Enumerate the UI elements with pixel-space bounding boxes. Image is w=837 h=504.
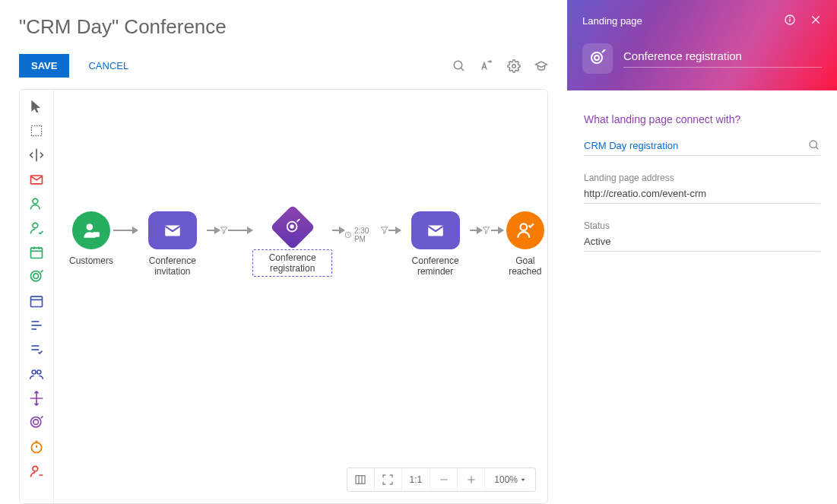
svg-rect-16 xyxy=(31,296,43,306)
entity-title[interactable]: Conference registration xyxy=(623,49,822,68)
calendar-tool-icon[interactable] xyxy=(29,245,44,260)
align-tool-icon[interactable] xyxy=(29,147,44,163)
connector xyxy=(332,230,344,231)
status-value[interactable]: Active xyxy=(584,236,820,247)
zoom-out-icon[interactable] xyxy=(430,468,458,491)
node-customers[interactable]: Customers xyxy=(69,211,113,266)
campaign-canvas[interactable]: Customers Conference invitation xyxy=(54,90,547,503)
svg-point-60 xyxy=(594,55,599,60)
filter-icon[interactable] xyxy=(482,225,490,236)
svg-point-40 xyxy=(290,224,294,229)
svg-point-30 xyxy=(31,442,41,452)
properties-panel: Landing page Conference registration Wha… xyxy=(567,0,837,504)
pointer-tool-icon[interactable] xyxy=(29,99,44,114)
address-label: Landing page address xyxy=(584,173,820,183)
svg-line-41 xyxy=(296,219,300,222)
connector xyxy=(207,230,219,231)
lookup-search-icon[interactable] xyxy=(808,139,820,151)
connector xyxy=(113,230,138,231)
goal-tool-icon[interactable] xyxy=(29,415,44,430)
svg-point-14 xyxy=(33,274,39,279)
filter-icon[interactable] xyxy=(220,225,228,236)
move-tool-icon[interactable] xyxy=(29,391,44,406)
svg-rect-36 xyxy=(93,232,100,237)
status-label: Status xyxy=(584,220,820,231)
zoom-in-icon[interactable] xyxy=(458,468,485,491)
close-icon[interactable] xyxy=(810,14,822,28)
node-goal-reached[interactable]: Goal reached xyxy=(503,211,547,277)
timer-tool-icon[interactable] xyxy=(29,439,44,455)
node-label-selected[interactable]: Conference registration xyxy=(252,249,332,277)
svg-line-63 xyxy=(816,147,818,149)
svg-point-7 xyxy=(33,198,38,204)
lasso-tool-icon[interactable] xyxy=(29,123,44,138)
node-conference-registration[interactable]: Conference registration xyxy=(252,211,332,277)
svg-line-29 xyxy=(41,417,43,419)
node-label: Customers xyxy=(69,255,113,266)
svg-line-15 xyxy=(41,271,43,273)
svg-rect-4 xyxy=(31,125,41,135)
user-check-tool-icon[interactable] xyxy=(29,220,44,236)
svg-line-61 xyxy=(602,49,605,52)
info-icon[interactable] xyxy=(784,14,796,28)
zoom-ratio[interactable]: 1:1 xyxy=(402,468,431,491)
connector xyxy=(228,230,252,231)
svg-point-35 xyxy=(87,223,94,230)
svg-point-59 xyxy=(591,52,602,63)
toolbar xyxy=(20,90,54,503)
academy-icon[interactable] xyxy=(534,59,548,73)
chevron-down-icon xyxy=(520,477,526,483)
svg-point-62 xyxy=(810,141,816,147)
svg-rect-47 xyxy=(356,476,365,484)
svg-marker-38 xyxy=(220,227,227,233)
entity-target-icon xyxy=(582,43,613,74)
date-tool-icon[interactable] xyxy=(29,293,44,309)
address-value[interactable]: http://creatio.com/event-crm xyxy=(584,188,820,199)
cancel-button[interactable]: CANCEL xyxy=(88,60,128,71)
zoom-controls: 1:1 100% xyxy=(347,468,536,492)
svg-marker-53 xyxy=(521,479,525,481)
fit-screen-icon[interactable] xyxy=(375,468,402,491)
svg-point-56 xyxy=(790,17,791,17)
node-conference-reminder[interactable]: Conference reminder xyxy=(401,211,470,277)
svg-point-46 xyxy=(520,223,527,230)
svg-point-33 xyxy=(33,466,38,471)
panel-question: What landing page connect with? xyxy=(584,113,820,125)
time-badge: 2:30 PM xyxy=(344,227,376,243)
svg-marker-43 xyxy=(381,227,387,233)
remove-user-tool-icon[interactable] xyxy=(29,464,44,479)
svg-point-27 xyxy=(31,417,41,427)
add-user-tool-icon[interactable] xyxy=(29,196,44,211)
text-size-icon[interactable] xyxy=(480,59,493,73)
audience-tool-icon[interactable] xyxy=(29,366,44,382)
checklist-tool-icon[interactable] xyxy=(29,342,44,357)
save-button[interactable]: SAVE xyxy=(19,54,69,78)
connector xyxy=(470,230,482,231)
landing-page-lookup[interactable]: CRM Day registration xyxy=(584,140,808,151)
connector xyxy=(388,230,401,231)
search-icon[interactable] xyxy=(452,59,466,73)
time-value: 2:30 PM xyxy=(354,227,377,243)
email-tool-icon[interactable] xyxy=(29,172,44,187)
svg-point-0 xyxy=(454,61,462,69)
list-tool-icon[interactable] xyxy=(29,318,44,333)
node-label: Conference reminder xyxy=(401,255,470,277)
target-tool-icon[interactable] xyxy=(29,269,44,284)
settings-gear-icon[interactable] xyxy=(507,59,521,73)
svg-point-3 xyxy=(512,64,516,68)
svg-point-23 xyxy=(32,370,36,374)
svg-rect-9 xyxy=(31,248,43,258)
connector xyxy=(491,230,503,231)
svg-point-24 xyxy=(37,370,41,374)
node-conference-invitation[interactable]: Conference invitation xyxy=(138,211,207,277)
node-label: Goal reached xyxy=(503,255,547,277)
page-title: "CRM Day" Conference xyxy=(19,15,548,39)
svg-marker-45 xyxy=(483,227,490,233)
svg-point-8 xyxy=(33,223,38,228)
zoom-value[interactable]: 100% xyxy=(485,474,535,485)
svg-line-1 xyxy=(461,68,464,71)
filter-icon[interactable] xyxy=(380,225,388,236)
action-bar: SAVE CANCEL xyxy=(19,54,548,78)
columns-view-icon[interactable] xyxy=(347,468,375,491)
svg-point-13 xyxy=(31,271,41,281)
